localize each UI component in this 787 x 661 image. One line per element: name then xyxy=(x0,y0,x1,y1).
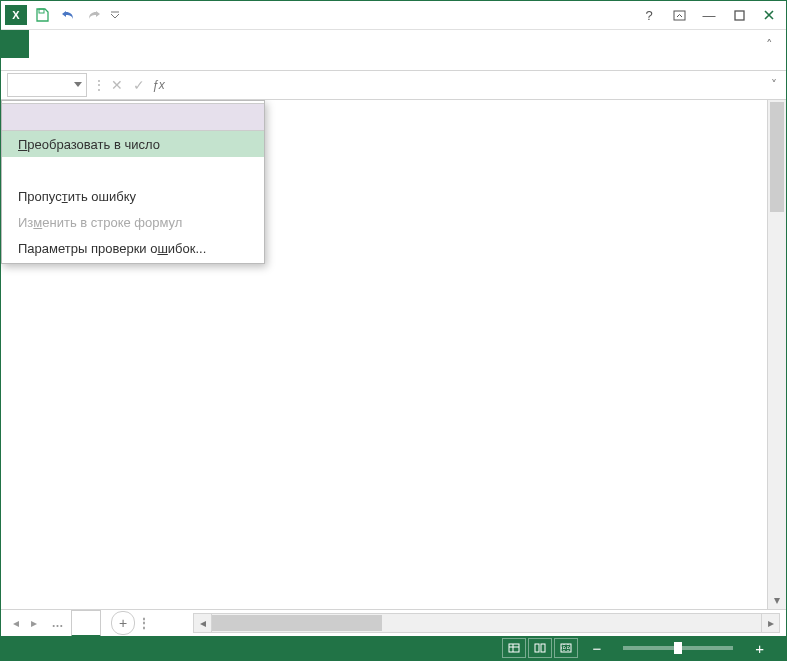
tab-page-layout[interactable] xyxy=(85,30,113,58)
excel-logo-icon[interactable] xyxy=(5,5,27,25)
menu-edit-in-formula-bar: Изменить в строке формул xyxy=(2,209,264,235)
svg-rect-1 xyxy=(674,11,685,20)
redo-button[interactable] xyxy=(83,4,105,26)
cancel-formula-button: ✕ xyxy=(106,74,128,96)
formula-bar-expand-icon[interactable]: ˅ xyxy=(762,78,786,92)
sheet-tab-bar: ◂▸ … + ⋮ ◂ ▸ xyxy=(1,609,786,636)
menu-convert-label: реобразовать в число xyxy=(27,137,160,152)
name-box[interactable] xyxy=(7,73,87,97)
tab-data[interactable] xyxy=(141,30,169,58)
scroll-right-arrow-icon[interactable]: ▸ xyxy=(761,614,779,632)
minimize-button[interactable]: — xyxy=(694,4,724,26)
status-bar: − + xyxy=(1,636,786,660)
tab-review[interactable] xyxy=(169,30,197,58)
name-box-resize-handle[interactable]: ⋮ xyxy=(97,74,100,96)
menu-header xyxy=(2,103,264,131)
horizontal-scroll-thumb[interactable] xyxy=(212,615,382,631)
quick-access-toolbar xyxy=(1,1,121,29)
qat-customize-icon[interactable] xyxy=(109,4,121,26)
view-normal-button[interactable] xyxy=(502,638,526,658)
tab-file[interactable] xyxy=(1,30,29,58)
ribbon-collapsed-area xyxy=(1,58,786,71)
vertical-scrollbar[interactable]: ▾ xyxy=(767,100,786,609)
horizontal-scrollbar[interactable]: ◂ ▸ xyxy=(193,613,780,633)
undo-button[interactable] xyxy=(57,4,79,26)
enter-formula-button: ✓ xyxy=(128,74,150,96)
ribbon-display-button[interactable] xyxy=(664,4,694,26)
sheet-nav-buttons[interactable]: ◂▸ xyxy=(1,616,49,630)
zoom-out-button[interactable]: − xyxy=(592,640,601,657)
svg-rect-9 xyxy=(541,644,545,652)
svg-rect-7 xyxy=(509,644,519,652)
ribbon-collapse-icon[interactable]: ˄ xyxy=(760,34,780,54)
svg-rect-8 xyxy=(535,644,539,652)
ribbon-tabs: ˄ xyxy=(1,30,786,58)
scroll-left-arrow-icon[interactable]: ◂ xyxy=(194,614,212,632)
view-page-break-button[interactable] xyxy=(554,638,578,658)
add-sheet-button[interactable]: + xyxy=(111,611,135,635)
menu-ignore-error[interactable]: Пропустить ошибку xyxy=(2,183,264,209)
scroll-down-arrow-icon[interactable]: ▾ xyxy=(768,591,786,609)
formula-bar-row: ⋮ ✕ ✓ ƒx ˅ xyxy=(1,71,786,100)
view-buttons xyxy=(502,638,578,658)
save-button[interactable] xyxy=(31,4,53,26)
spreadsheet-grid: Преобразовать в число Пропустить ошибку … xyxy=(1,100,786,609)
tab-home[interactable] xyxy=(29,30,57,58)
menu-help-on-error[interactable] xyxy=(2,157,264,183)
svg-rect-2 xyxy=(735,11,744,20)
title-bar: ? — xyxy=(1,1,786,30)
view-page-layout-button[interactable] xyxy=(528,638,552,658)
close-button[interactable] xyxy=(754,4,784,26)
insert-function-button[interactable]: ƒx xyxy=(152,78,165,92)
window-buttons: ? — xyxy=(634,1,786,29)
sheet-nav-more[interactable]: … xyxy=(49,616,67,630)
zoom-slider[interactable] xyxy=(623,646,733,650)
excel-window: ? — ˄ ⋮ ✕ ✓ ƒx ˅ xyxy=(0,0,787,661)
vertical-scroll-thumb[interactable] xyxy=(770,102,784,212)
help-button[interactable]: ? xyxy=(634,4,664,26)
menu-convert-to-number[interactable]: Преобразовать в число xyxy=(2,131,264,157)
maximize-button[interactable] xyxy=(724,4,754,26)
tab-formulas[interactable] xyxy=(113,30,141,58)
zoom-in-button[interactable]: + xyxy=(755,640,764,657)
tab-insert[interactable] xyxy=(57,30,85,58)
zoom-slider-thumb[interactable] xyxy=(674,642,682,654)
error-context-menu: Преобразовать в число Пропустить ошибку … xyxy=(1,100,265,264)
menu-error-check-options[interactable]: Параметры проверки ошибок... xyxy=(2,235,264,261)
hscroll-dots: ⋮ xyxy=(135,616,153,630)
sheet-tab-active[interactable] xyxy=(71,610,101,637)
